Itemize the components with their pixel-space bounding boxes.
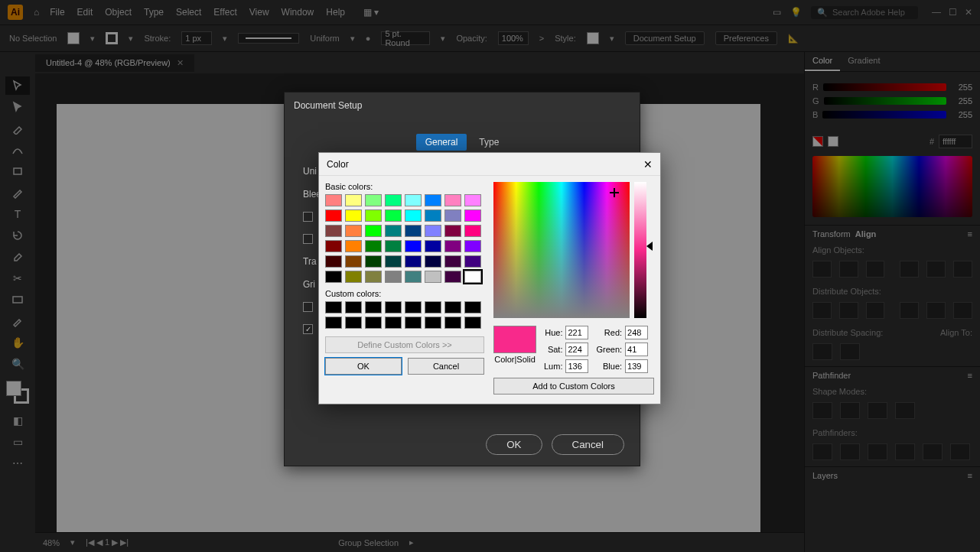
basic-color-swatch[interactable] bbox=[425, 255, 441, 268]
basic-color-swatch[interactable] bbox=[444, 209, 461, 222]
basic-color-swatch[interactable] bbox=[365, 271, 382, 283]
custom-color[interactable] bbox=[444, 317, 461, 329]
custom-color[interactable] bbox=[385, 317, 402, 329]
custom-colors-grid bbox=[325, 301, 484, 329]
ds-cancel-button[interactable]: Cancel bbox=[552, 434, 625, 455]
basic-color-swatch[interactable] bbox=[325, 240, 342, 252]
hue-input[interactable] bbox=[565, 326, 588, 339]
blue-input[interactable] bbox=[625, 359, 648, 373]
basic-color-swatch[interactable] bbox=[405, 255, 422, 268]
custom-color[interactable] bbox=[405, 301, 422, 313]
basic-color-swatch[interactable] bbox=[425, 209, 441, 222]
basic-color-swatch[interactable] bbox=[444, 194, 461, 206]
basic-color-swatch[interactable] bbox=[464, 255, 481, 268]
basic-color-swatch[interactable] bbox=[345, 255, 362, 268]
luminosity-pointer[interactable] bbox=[646, 242, 653, 251]
basic-color-swatch[interactable] bbox=[444, 240, 461, 252]
basic-color-swatch[interactable] bbox=[325, 209, 342, 222]
color-gradient[interactable] bbox=[493, 182, 630, 318]
ds-check3[interactable] bbox=[303, 302, 313, 312]
hue-label: Hue: bbox=[545, 328, 562, 337]
custom-color[interactable] bbox=[365, 301, 382, 313]
basic-color-swatch[interactable] bbox=[365, 194, 382, 206]
basic-color-swatch[interactable] bbox=[345, 271, 362, 283]
lum-input[interactable] bbox=[565, 359, 588, 373]
basic-color-swatch[interactable] bbox=[405, 240, 422, 252]
basic-color-swatch[interactable] bbox=[444, 225, 461, 237]
custom-color[interactable] bbox=[385, 301, 402, 313]
red-label: Red: bbox=[604, 328, 622, 337]
lum-label: Lum: bbox=[544, 362, 562, 371]
add-to-custom-button[interactable]: Add to Custom Colors bbox=[493, 378, 654, 395]
basic-color-swatch[interactable] bbox=[345, 209, 362, 222]
basic-color-swatch[interactable] bbox=[405, 225, 422, 237]
ds-tab-general[interactable]: General bbox=[416, 134, 467, 151]
basic-color-swatch[interactable] bbox=[385, 194, 402, 206]
basic-color-swatch[interactable] bbox=[405, 271, 422, 283]
custom-color[interactable] bbox=[365, 317, 382, 329]
basic-color-swatch[interactable] bbox=[345, 225, 362, 237]
basic-color-swatch[interactable] bbox=[464, 240, 481, 252]
cp-title: Color bbox=[327, 159, 349, 170]
gradient-cursor[interactable] bbox=[610, 188, 619, 197]
basic-color-swatch[interactable] bbox=[365, 225, 382, 237]
basic-color-swatch[interactable] bbox=[425, 225, 441, 237]
basic-color-swatch[interactable] bbox=[385, 240, 402, 252]
basic-color-swatch[interactable] bbox=[444, 255, 461, 268]
basic-color-swatch[interactable] bbox=[385, 255, 402, 268]
basic-color-swatch[interactable] bbox=[464, 209, 481, 222]
basic-color-swatch[interactable] bbox=[325, 225, 342, 237]
custom-color[interactable] bbox=[325, 317, 342, 329]
cp-ok-button[interactable]: OK bbox=[325, 358, 402, 375]
basic-color-swatch[interactable] bbox=[425, 240, 441, 252]
basic-color-swatch[interactable] bbox=[325, 255, 342, 268]
color-preview bbox=[493, 326, 536, 353]
ds-check4[interactable]: ✓ bbox=[303, 324, 313, 334]
ds-tab-type[interactable]: Type bbox=[470, 134, 508, 151]
basic-color-swatch[interactable] bbox=[365, 240, 382, 252]
sat-label: Sat: bbox=[548, 345, 563, 354]
custom-color[interactable] bbox=[464, 301, 481, 313]
ds-title: Document Setup bbox=[285, 93, 640, 119]
basic-color-swatch[interactable] bbox=[444, 271, 461, 283]
custom-color[interactable] bbox=[325, 301, 342, 313]
basic-color-swatch[interactable] bbox=[325, 194, 342, 206]
basic-color-swatch[interactable] bbox=[385, 271, 402, 283]
basic-color-swatch[interactable] bbox=[464, 194, 481, 206]
basic-color-swatch[interactable] bbox=[365, 209, 382, 222]
custom-color[interactable] bbox=[345, 317, 362, 329]
basic-color-swatch[interactable] bbox=[345, 240, 362, 252]
green-input[interactable] bbox=[625, 343, 648, 356]
define-custom-colors-button: Define Custom Colors >> bbox=[325, 336, 484, 353]
blue-label: Blue: bbox=[603, 362, 622, 371]
ds-ok-button[interactable]: OK bbox=[486, 434, 542, 455]
ds-check1[interactable] bbox=[303, 212, 313, 222]
custom-color[interactable] bbox=[345, 301, 362, 313]
luminosity-slider[interactable] bbox=[634, 182, 646, 318]
basic-color-swatch[interactable] bbox=[345, 194, 362, 206]
color-preview-label: Color|Solid bbox=[493, 355, 536, 364]
ds-check2[interactable] bbox=[303, 234, 313, 244]
basic-color-swatch[interactable] bbox=[385, 225, 402, 237]
custom-color[interactable] bbox=[444, 301, 461, 313]
sat-input[interactable] bbox=[565, 343, 588, 356]
red-input[interactable] bbox=[625, 326, 648, 339]
custom-color[interactable] bbox=[464, 317, 481, 329]
basic-color-swatch[interactable] bbox=[325, 271, 342, 283]
basic-color-swatch[interactable] bbox=[425, 271, 441, 283]
custom-color[interactable] bbox=[425, 301, 441, 313]
custom-color[interactable] bbox=[425, 317, 441, 329]
color-dialog: Color ✕ Basic colors: Custom colors: Def… bbox=[318, 152, 661, 404]
basic-color-swatch[interactable] bbox=[405, 209, 422, 222]
basic-color-swatch[interactable] bbox=[385, 209, 402, 222]
cp-close-button[interactable]: ✕ bbox=[643, 158, 653, 170]
custom-color[interactable] bbox=[405, 317, 422, 329]
basic-colors-label: Basic colors: bbox=[325, 182, 484, 191]
basic-color-swatch[interactable] bbox=[464, 271, 481, 283]
basic-colors-grid bbox=[325, 194, 484, 283]
basic-color-swatch[interactable] bbox=[405, 194, 422, 206]
basic-color-swatch[interactable] bbox=[365, 255, 382, 268]
basic-color-swatch[interactable] bbox=[464, 225, 481, 237]
cp-cancel-button[interactable]: Cancel bbox=[408, 358, 484, 375]
basic-color-swatch[interactable] bbox=[425, 194, 441, 206]
